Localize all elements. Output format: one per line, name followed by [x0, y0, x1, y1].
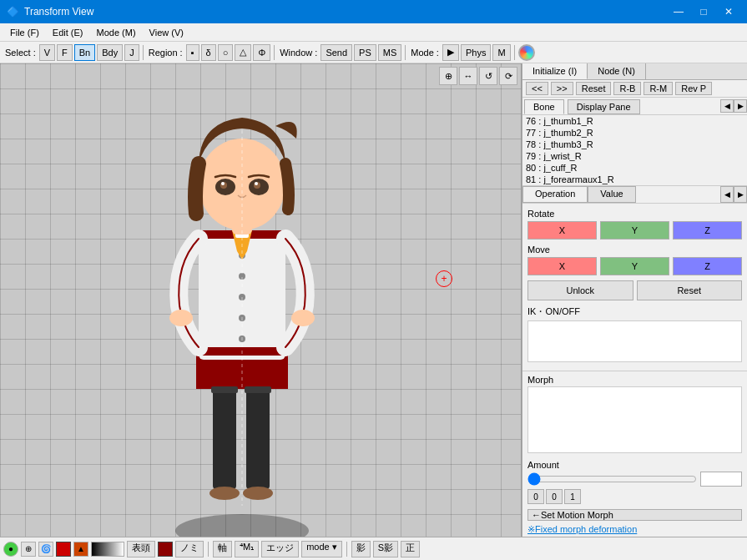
- nav-reset-btn[interactable]: Reset: [576, 82, 612, 95]
- bone-list-item[interactable]: 79 : j_wrist_R: [522, 150, 747, 162]
- character-shadow: [175, 514, 309, 537]
- bottom-axis-btn[interactable]: 軸: [213, 541, 232, 557]
- bottom-shadow-btn[interactable]: 影: [351, 541, 371, 557]
- toolbar-icon-2[interactable]: ⊕: [21, 542, 36, 557]
- color-red[interactable]: [56, 542, 71, 557]
- ik-area: [527, 320, 742, 362]
- separator-2: [274, 45, 275, 60]
- toolbar-icon-3[interactable]: 🌀: [38, 542, 53, 557]
- set-motion-morph-btn[interactable]: ←Set Motion Morph: [527, 509, 742, 521]
- nav-revp-btn[interactable]: Rev P: [675, 82, 712, 95]
- fixed-morph-link[interactable]: ※Fixed morph deformation: [522, 522, 747, 537]
- rotate-x-btn[interactable]: X: [527, 221, 597, 240]
- menu-file[interactable]: File (F): [3, 26, 46, 39]
- hair-side-left: [195, 164, 199, 214]
- mode-play-btn[interactable]: ▶: [442, 44, 459, 61]
- region-label: Region :: [147, 48, 184, 58]
- tab-node[interactable]: Node (N): [588, 63, 646, 79]
- amount-slider[interactable]: [527, 472, 697, 486]
- window-ms-btn[interactable]: MS: [378, 44, 402, 61]
- bottom-4m-btn[interactable]: ⁴M₁: [235, 541, 259, 557]
- title-bar-controls: — □ ✕: [667, 0, 740, 23]
- nav-prev-prev-btn[interactable]: <<: [526, 82, 548, 95]
- tab-value[interactable]: Value: [588, 186, 635, 203]
- tab-initialize[interactable]: Initialize (I): [522, 63, 588, 79]
- bottom-edge-btn[interactable]: エッジ: [261, 541, 299, 557]
- amount-0a-btn[interactable]: 0: [527, 489, 544, 504]
- refresh-btn[interactable]: ⟳: [499, 67, 517, 85]
- region-tri-btn[interactable]: △: [235, 44, 251, 61]
- bone-tab-next-btn[interactable]: ▶: [734, 99, 747, 113]
- region-phi-btn[interactable]: Φ: [253, 44, 270, 61]
- bone-list-item[interactable]: 77 : j_thumb2_R: [522, 127, 747, 139]
- amount-buttons: 0 0 1: [527, 489, 742, 504]
- viewport-tools: ⊕ ↔ ↺ ⟳: [439, 67, 517, 85]
- mode-phys-btn[interactable]: Phys: [461, 44, 491, 61]
- transform-tool-btn[interactable]: ↔: [459, 67, 477, 85]
- menu-edit[interactable]: Edit (E): [46, 26, 90, 39]
- amount-0b-btn[interactable]: 0: [546, 489, 563, 504]
- bone-list-item[interactable]: 76 : j_thumb1_R: [522, 115, 747, 127]
- bone-list[interactable]: 76 : j_thumb1_R77 : j_thumb2_R78 : j_thu…: [522, 115, 747, 185]
- bottom-mode-btn[interactable]: mode ▾: [301, 541, 342, 557]
- op-tab-prev-btn[interactable]: ◀: [720, 186, 734, 203]
- maximize-button[interactable]: □: [692, 0, 715, 23]
- reset-btn[interactable]: Reset: [637, 280, 743, 300]
- bone-list-item[interactable]: 81 : j_forearmaux1_R: [522, 174, 747, 185]
- global-icon[interactable]: [518, 44, 535, 61]
- rotate-z-btn[interactable]: Z: [673, 221, 742, 240]
- select-bdy-btn[interactable]: Bdy: [97, 44, 123, 61]
- bottom-nomi-btn[interactable]: ノミ: [175, 541, 204, 557]
- tab-operation[interactable]: Operation: [522, 186, 588, 203]
- shoe-left: [209, 487, 240, 500]
- rotate-label: Rotate: [527, 209, 742, 219]
- select-f-btn[interactable]: F: [57, 44, 73, 61]
- tab-display-pane[interactable]: Display Pane: [568, 99, 640, 114]
- morph-list[interactable]: [527, 386, 742, 453]
- op-tabs-row: Operation Value ◀ ▶: [522, 186, 747, 204]
- menu-view[interactable]: View (V): [143, 26, 190, 39]
- select-j-btn[interactable]: J: [124, 44, 139, 61]
- window-send-btn[interactable]: Send: [321, 44, 352, 61]
- nav-next-next-btn[interactable]: >>: [551, 82, 573, 95]
- op-tab-next-btn[interactable]: ▶: [734, 186, 747, 203]
- minimize-button[interactable]: —: [667, 0, 690, 23]
- bottom-toolbar: ● ⊕ 🌀 ▲ 表頭 ノミ 軸 ⁴M₁ エッジ mode ▾ 影 S影 正: [0, 537, 747, 560]
- ik-label: IK・ON/OFF: [527, 305, 742, 318]
- bottom-hyomei-btn[interactable]: 表頭: [127, 541, 155, 557]
- bone-tab-prev-btn[interactable]: ◀: [720, 99, 734, 113]
- bottom-sshadow-btn[interactable]: S影: [373, 541, 398, 557]
- move-z-btn[interactable]: Z: [673, 257, 742, 275]
- nav-rm-btn[interactable]: R-M: [644, 82, 673, 95]
- close-button[interactable]: ✕: [717, 0, 740, 23]
- bone-list-item[interactable]: 80 : j_cuff_R: [522, 162, 747, 174]
- color-dark-red[interactable]: [158, 542, 173, 557]
- toolbar-icon-4[interactable]: ▲: [73, 542, 88, 557]
- region-rect-btn[interactable]: ▪: [186, 44, 199, 61]
- amount-input[interactable]: 0.00: [700, 472, 742, 487]
- mode-m-btn[interactable]: M: [492, 44, 510, 61]
- amount-1-btn[interactable]: 1: [564, 489, 581, 504]
- move-x-btn[interactable]: X: [527, 257, 597, 275]
- move-tool-btn[interactable]: ⊕: [439, 67, 457, 85]
- bone-list-item[interactable]: 78 : j_thumb3_R: [522, 139, 747, 150]
- bottom-seiki-btn[interactable]: 正: [401, 541, 420, 557]
- region-circle-btn[interactable]: ○: [218, 44, 234, 61]
- toolbar-icon-1[interactable]: ●: [3, 542, 18, 557]
- menu-mode[interactable]: Mode (M): [90, 26, 143, 39]
- select-label: Select :: [3, 48, 38, 58]
- region-delta-btn[interactable]: δ: [201, 44, 216, 61]
- nav-row: << >> Reset R-B R-M Rev P: [522, 80, 747, 98]
- move-y-btn[interactable]: Y: [600, 257, 669, 275]
- viewport[interactable]: + ⊕ ↔ ↺ ⟳: [0, 63, 522, 537]
- rotate-tool-btn[interactable]: ↺: [479, 67, 497, 85]
- tab-bone[interactable]: Bone: [524, 99, 564, 114]
- select-v-btn[interactable]: V: [39, 44, 55, 61]
- window-ps-btn[interactable]: PS: [354, 44, 376, 61]
- select-bn-btn[interactable]: Bn: [74, 44, 95, 61]
- unlock-btn[interactable]: Unlock: [527, 280, 633, 300]
- right-panel: Initialize (I) Node (N) << >> Reset R-B …: [522, 63, 747, 537]
- nav-rb-btn[interactable]: R-B: [613, 82, 641, 95]
- rotate-y-btn[interactable]: Y: [600, 221, 669, 240]
- eye-highlight-right: [255, 182, 258, 185]
